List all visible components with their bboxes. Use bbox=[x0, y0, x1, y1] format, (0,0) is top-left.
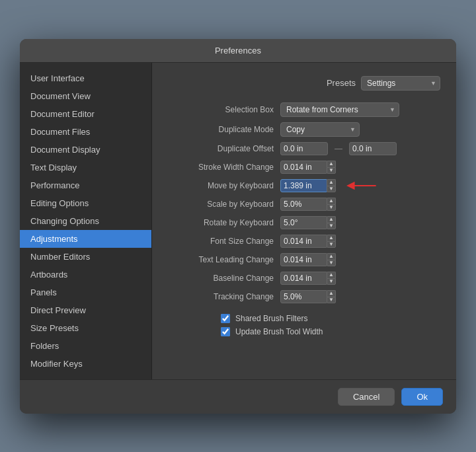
sidebar-item-folders[interactable]: Folders bbox=[20, 337, 151, 355]
baseline-change-input[interactable] bbox=[280, 272, 328, 285]
sidebar-item-document-view[interactable]: Document View bbox=[20, 87, 151, 105]
duplicate-mode-label: Duplicate Mode bbox=[168, 125, 280, 134]
presets-select[interactable]: Settings Default bbox=[361, 76, 440, 91]
move-by-keyboard-control: ▲ ▼ bbox=[280, 179, 378, 192]
duplicate-mode-row: Duplicate Mode Copy Move bbox=[168, 122, 440, 137]
text-leading-down[interactable]: ▼ bbox=[327, 260, 336, 266]
text-leading-up[interactable]: ▲ bbox=[327, 253, 336, 260]
rotate-by-keyboard-down[interactable]: ▼ bbox=[327, 223, 336, 229]
tracking-change-input-group: ▲ ▼ bbox=[280, 290, 336, 303]
presets-select-wrapper: Settings Default bbox=[361, 76, 440, 91]
sidebar-item-document-files[interactable]: Document Files bbox=[20, 123, 151, 141]
sidebar-item-editing-options[interactable]: Editing Options bbox=[20, 194, 151, 212]
rotate-by-keyboard-row: Rotate by Keyboard ▲ ▼ bbox=[168, 216, 440, 229]
duplicate-offset-x-input[interactable] bbox=[280, 142, 328, 155]
stroke-width-label: Stroke Width Change bbox=[168, 163, 280, 172]
move-by-keyboard-down[interactable]: ▼ bbox=[327, 186, 336, 192]
sidebar-item-size-presets[interactable]: Size Presets bbox=[20, 319, 151, 337]
sidebar-item-direct-preview[interactable]: Direct Preview bbox=[20, 301, 151, 319]
presets-row: Presets Settings Default bbox=[168, 76, 440, 91]
ok-button[interactable]: Ok bbox=[401, 388, 443, 406]
font-size-change-stepper: ▲ ▼ bbox=[327, 235, 336, 248]
update-brush-tool-label: Update Brush Tool Width bbox=[235, 327, 323, 336]
arrow-indicator bbox=[345, 180, 378, 192]
scale-by-keyboard-row: Scale by Keyboard ▲ ▼ bbox=[168, 198, 440, 211]
sidebar-item-number-editors[interactable]: Number Editors bbox=[20, 248, 151, 266]
update-brush-tool-checkbox[interactable] bbox=[221, 327, 230, 336]
tracking-change-label: Tracking Change bbox=[168, 292, 280, 301]
shared-brush-filters-checkbox[interactable] bbox=[221, 314, 230, 323]
baseline-change-control: ▲ ▼ bbox=[280, 272, 336, 285]
scale-by-keyboard-up[interactable]: ▲ bbox=[327, 198, 336, 204]
scale-by-keyboard-input[interactable] bbox=[280, 198, 328, 211]
baseline-change-up[interactable]: ▲ bbox=[327, 272, 336, 278]
dialog-footer: Cancel Ok bbox=[20, 379, 456, 414]
selection-box-select-wrapper: Rotate from Corners Scale from Corners bbox=[280, 102, 399, 117]
tracking-change-input[interactable] bbox=[280, 290, 328, 303]
sidebar-item-text-display[interactable]: Text Display bbox=[20, 159, 151, 176]
stroke-width-control: ▲ ▼ bbox=[280, 161, 336, 174]
stroke-width-input[interactable] bbox=[280, 161, 328, 174]
sidebar-item-changing-options[interactable]: Changing Options bbox=[20, 212, 151, 230]
stroke-width-stepper: ▲ ▼ bbox=[327, 161, 336, 174]
text-leading-label: Text Leading Change bbox=[168, 255, 280, 264]
sidebar-item-document-display[interactable]: Document Display bbox=[20, 141, 151, 159]
text-leading-control: ▲ ▼ bbox=[280, 253, 336, 266]
preferences-dialog: Preferences User InterfaceDocument ViewD… bbox=[20, 39, 456, 414]
sidebar-item-document-editor[interactable]: Document Editor bbox=[20, 105, 151, 123]
duplicate-offset-y-input[interactable] bbox=[349, 142, 397, 155]
text-leading-input-group: ▲ ▼ bbox=[280, 253, 336, 266]
tracking-change-down[interactable]: ▼ bbox=[327, 297, 336, 303]
dialog-title: Preferences bbox=[215, 46, 261, 56]
dialog-title-bar: Preferences bbox=[20, 39, 456, 63]
sidebar-item-user-interface[interactable]: User Interface bbox=[20, 69, 151, 87]
duplicate-offset-control: — bbox=[280, 142, 397, 155]
baseline-change-input-group: ▲ ▼ bbox=[280, 272, 336, 285]
font-size-change-input[interactable] bbox=[280, 235, 328, 248]
selection-box-select[interactable]: Rotate from Corners Scale from Corners bbox=[280, 102, 399, 117]
stroke-width-input-group: ▲ ▼ bbox=[280, 161, 336, 174]
move-by-keyboard-label: Move by Keyboard bbox=[168, 181, 280, 190]
baseline-change-down[interactable]: ▼ bbox=[327, 278, 336, 285]
duplicate-mode-select[interactable]: Copy Move bbox=[280, 122, 360, 137]
stroke-width-row: Stroke Width Change ▲ ▼ bbox=[168, 161, 440, 174]
text-leading-row: Text Leading Change ▲ ▼ bbox=[168, 253, 440, 266]
duplicate-offset-dash: — bbox=[332, 144, 345, 153]
selection-box-row: Selection Box Rotate from Corners Scale … bbox=[168, 102, 440, 117]
baseline-change-row: Baseline Change ▲ ▼ bbox=[168, 272, 440, 285]
tracking-change-stepper: ▲ ▼ bbox=[327, 290, 336, 303]
red-arrow-svg bbox=[345, 180, 378, 192]
rotate-by-keyboard-up[interactable]: ▲ bbox=[327, 216, 336, 223]
stroke-width-down[interactable]: ▼ bbox=[327, 167, 336, 174]
baseline-change-label: Baseline Change bbox=[168, 274, 280, 283]
cancel-button[interactable]: Cancel bbox=[338, 388, 395, 406]
font-size-change-up[interactable]: ▲ bbox=[327, 235, 336, 241]
duplicate-mode-select-wrapper: Copy Move bbox=[280, 122, 360, 137]
move-by-keyboard-stepper: ▲ ▼ bbox=[327, 179, 336, 192]
move-by-keyboard-input[interactable] bbox=[280, 179, 328, 192]
scale-by-keyboard-label: Scale by Keyboard bbox=[168, 200, 280, 209]
sidebar-item-artboards[interactable]: Artboards bbox=[20, 266, 151, 283]
font-size-change-control: ▲ ▼ bbox=[280, 235, 336, 248]
sidebar-item-adjustments[interactable]: Adjustments bbox=[20, 230, 151, 248]
font-size-change-down[interactable]: ▼ bbox=[327, 241, 336, 248]
rotate-by-keyboard-stepper: ▲ ▼ bbox=[327, 216, 336, 229]
sidebar-item-modifier-keys[interactable]: Modifier Keys bbox=[20, 355, 151, 373]
dialog-content: User InterfaceDocument ViewDocument Edit… bbox=[20, 63, 456, 379]
rotate-by-keyboard-input[interactable] bbox=[280, 216, 328, 229]
duplicate-offset-label: Duplicate Offset bbox=[168, 144, 280, 153]
tracking-change-control: ▲ ▼ bbox=[280, 290, 336, 303]
font-size-change-row: Font Size Change ▲ ▼ bbox=[168, 235, 440, 248]
sidebar-item-performance[interactable]: Performance bbox=[20, 176, 151, 194]
scale-by-keyboard-down[interactable]: ▼ bbox=[327, 204, 336, 211]
tracking-change-up[interactable]: ▲ bbox=[327, 290, 336, 297]
sidebar-item-panels[interactable]: Panels bbox=[20, 283, 151, 301]
rotate-by-keyboard-input-group: ▲ ▼ bbox=[280, 216, 336, 229]
duplicate-mode-control: Copy Move bbox=[280, 122, 360, 137]
text-leading-input[interactable] bbox=[280, 253, 328, 266]
move-by-keyboard-input-group: ▲ ▼ bbox=[280, 179, 336, 192]
rotate-by-keyboard-label: Rotate by Keyboard bbox=[168, 218, 280, 227]
tracking-change-row: Tracking Change ▲ ▼ bbox=[168, 290, 440, 303]
move-by-keyboard-up[interactable]: ▲ bbox=[327, 179, 336, 186]
stroke-width-up[interactable]: ▲ bbox=[327, 161, 336, 167]
